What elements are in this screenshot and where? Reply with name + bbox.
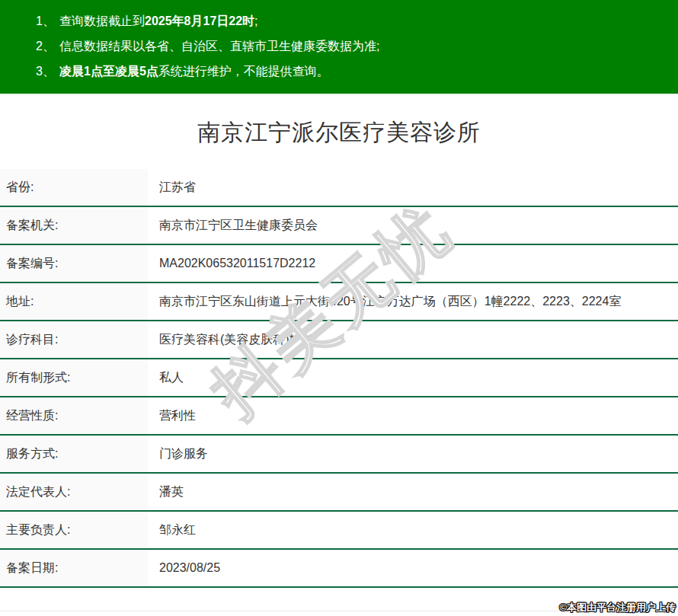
upload-credit-note: ©本图由平台注册用户上传 [559,601,676,614]
row-label: 备案编号: [0,244,148,282]
table-row-filing-number: 备案编号: MA202K06532011517D2212 [0,244,678,282]
row-label: 主要负责人: [0,511,148,549]
table-row-service-mode: 服务方式: 门诊服务 [0,435,678,473]
table-row-legal-representative: 法定代表人: 潘英 [0,473,678,511]
row-label: 备案机关: [0,206,148,244]
row-value: 江苏省 [148,169,678,206]
notice-text: 凌晨1点至凌晨5点系统进行维护，不能提供查询。 [59,59,329,84]
table-row-filing-date: 备案日期: 2023/08/25 [0,549,678,587]
row-label: 服务方式: [0,435,148,473]
notice-text-regular: 信息数据结果以各省、自治区、直辖市卫生健康委数据为准; [59,40,379,53]
notice-number: 2、 [36,34,59,59]
row-value: 2023/08/25 [148,549,678,587]
notice-text: 查询数据截止到2025年8月17日22时; [59,8,258,34]
row-value: 潘英 [148,473,678,511]
row-label: 法定代表人: [0,473,148,511]
row-label: 所有制形式: [0,359,148,397]
row-value: 私人 [148,359,678,397]
notice-line-2: 2、 信息数据结果以各省、自治区、直辖市卫生健康委数据为准; [36,34,670,59]
table-row-ownership-form: 所有制形式: 私人 [0,359,678,397]
row-value: 南京市江宁区卫生健康委员会 [148,206,678,244]
table-row-filing-authority: 备案机关: 南京市江宁区卫生健康委员会 [0,206,678,244]
row-label: 省份: [0,169,148,206]
notice-text: 信息数据结果以各省、自治区、直辖市卫生健康委数据为准; [59,34,379,59]
page-title: 南京江宁派尔医疗美容诊所 [0,94,678,169]
table-row-business-nature: 经营性质: 营利性 [0,397,678,435]
row-value: 邹永红 [148,511,678,549]
notice-text-bold: 凌晨1点至凌晨5点 [59,65,158,78]
info-table: 省份: 江苏省 备案机关: 南京市江宁区卫生健康委员会 备案编号: MA202K… [0,169,678,588]
row-value: MA202K06532011517D2212 [148,244,678,282]
row-label: 备案日期: [0,549,148,587]
row-value: 营利性 [148,397,678,435]
row-value: 南京市江宁区东山街道上元大街420号江宁万达广场（西区）1幢2222、2223、… [148,282,678,321]
table-row-principal-person: 主要负责人: 邹永红 [0,511,678,549]
notice-line-1: 1、 查询数据截止到2025年8月17日22时; [36,8,670,34]
row-value: 门诊服务 [148,435,678,473]
row-label: 地址: [0,282,148,321]
notice-text-regular: 系统进行维护，不能提供查询。 [158,65,329,78]
row-label: 经营性质: [0,397,148,435]
table-row-treatment-subjects: 诊疗科目: 医疗美容科(美容皮肤科)****** [0,321,678,359]
table-row-province: 省份: 江苏省 [0,169,678,206]
notice-number: 3、 [36,59,59,84]
table-row-address: 地址: 南京市江宁区东山街道上元大街420号江宁万达广场（西区）1幢2222、2… [0,282,678,321]
row-value: 医疗美容科(美容皮肤科)****** [148,321,678,359]
notice-text-bold: 2025年8月17日22时 [145,14,254,27]
notice-text-regular: 查询数据截止到 [59,14,145,27]
notice-banner: 1、 查询数据截止到2025年8月17日22时; 2、 信息数据结果以各省、自治… [0,0,678,94]
row-label: 诊疗科目: [0,321,148,359]
notice-line-3: 3、 凌晨1点至凌晨5点系统进行维护，不能提供查询。 [36,59,670,84]
notice-number: 1、 [36,8,59,34]
medical-filing-page: 1、 查询数据截止到2025年8月17日22时; 2、 信息数据结果以各省、自治… [0,0,678,616]
notice-text-regular: ; [254,14,257,27]
